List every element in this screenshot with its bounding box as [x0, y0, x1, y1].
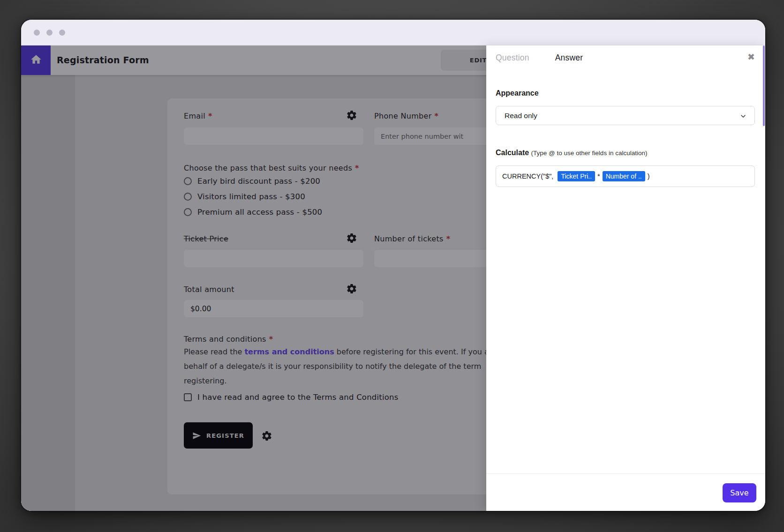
calculate-hint: (Type @ to use other fields in calculati… [531, 150, 648, 157]
window-control-dot[interactable] [34, 30, 40, 36]
field-chip-ticket-price[interactable]: Ticket Pri.. [558, 171, 595, 181]
app-area: Registration Form EDIT Email* Phone Numb… [21, 45, 765, 511]
window-titlebar [21, 20, 765, 45]
drawer-scrollbar[interactable] [763, 45, 765, 126]
drawer-tabs: Question Answer [496, 53, 583, 63]
appearance-select[interactable]: Read only [496, 106, 755, 125]
calculate-formula-input[interactable]: CURRENCY("$", Ticket Pri.. * Number of .… [496, 165, 755, 187]
app-window: Registration Form EDIT Email* Phone Numb… [21, 20, 765, 511]
drawer-footer: Save [486, 473, 765, 511]
save-button[interactable]: Save [723, 483, 756, 502]
tab-question[interactable]: Question [496, 53, 529, 63]
formula-operator: * [597, 172, 600, 180]
window-control-dot[interactable] [46, 30, 53, 36]
calculate-label: Calculate (Type @ to use other fields in… [496, 149, 647, 157]
formula-suffix: ) [648, 172, 650, 180]
tab-answer[interactable]: Answer [555, 53, 583, 63]
field-chip-number-of-tickets[interactable]: Number of .. [603, 171, 645, 181]
appearance-selected-value: Read only [505, 112, 537, 120]
settings-drawer: Question Answer ✖ Appearance Read only C… [486, 45, 765, 511]
close-icon[interactable]: ✖ [747, 52, 755, 62]
formula-prefix: CURRENCY("$", [502, 172, 555, 180]
appearance-label: Appearance [496, 89, 539, 97]
window-control-dot[interactable] [59, 30, 65, 36]
chevron-down-icon [739, 112, 747, 122]
